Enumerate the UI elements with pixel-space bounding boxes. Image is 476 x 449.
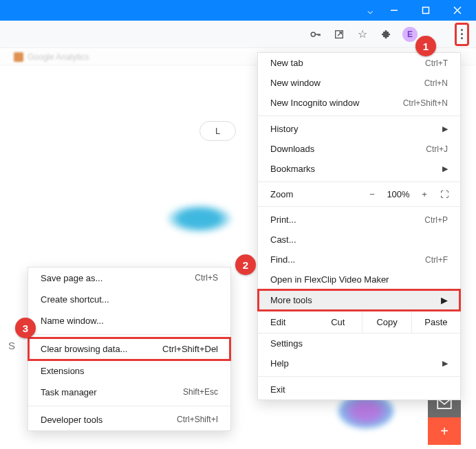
menu-edit-row: Edit Cut Copy Paste [258,311,460,333]
submenu-name-window[interactable]: Name window... [28,310,230,331]
menu-downloads[interactable]: DownloadsCtrl+J [258,139,460,159]
submenu-extensions[interactable]: Extensions [28,360,230,382]
edit-cut[interactable]: Cut [314,311,363,333]
submenu-developer-tools[interactable]: Developer toolsCtrl+Shift+I [28,409,230,430]
svg-line-9 [338,32,341,35]
zoom-level: 100% [382,189,415,199]
window-minimize-button[interactable] [378,0,410,21]
menu-new-window[interactable]: New windowCtrl+N [258,73,460,93]
submenu-save-page[interactable]: Save page as...Ctrl+S [28,267,230,289]
menu-new-tab[interactable]: New tabCtrl+T [258,53,460,73]
submenu-task-manager[interactable]: Task managerShift+Esc [28,382,230,403]
decorative-blob [165,204,234,234]
window-maximize-button[interactable] [410,0,442,21]
svg-rect-1 [423,8,429,14]
side-letter: S [8,340,15,351]
profile-avatar[interactable]: E [402,27,418,42]
step-badge-1: 1 [415,36,436,56]
step-badge-3: 3 [15,318,36,338]
add-fab[interactable]: + [428,417,461,445]
edit-copy[interactable]: Copy [363,311,411,333]
svg-point-4 [311,32,315,36]
menu-zoom: Zoom − 100% + ⛶ [258,185,460,204]
main-menu: New tabCtrl+T New windowCtrl+N New Incog… [257,52,461,400]
menu-settings[interactable]: Settings [258,333,460,353]
zoom-in-button[interactable]: + [415,189,434,199]
menu-find[interactable]: Find...Ctrl+F [258,250,460,270]
menu-more-tools[interactable]: More tools▶ [257,289,461,311]
submenu-create-shortcut[interactable]: Create shortcut... [28,289,230,310]
browser-toolbar: ☆ E [0,21,476,48]
more-tools-submenu: Save page as...Ctrl+S Create shortcut...… [28,267,231,431]
menu-cast[interactable]: Cast... [258,230,460,250]
more-menu-button[interactable] [455,23,469,46]
window-titlebar: ⌵ [0,0,476,21]
menu-flexclip[interactable]: Open in FlexClip Video Maker [258,270,460,289]
edit-paste[interactable]: Paste [412,311,460,333]
submenu-clear-browsing-data[interactable]: Clear browsing data...Ctrl+Shift+Del [28,337,231,361]
star-icon[interactable]: ☆ [356,28,369,41]
key-icon[interactable] [309,28,323,41]
zoom-out-button[interactable]: − [363,189,382,199]
menu-bookmarks[interactable]: Bookmarks▶ [258,159,460,179]
page-pill: L [199,121,236,141]
tab-search-icon[interactable]: ⌵ [367,5,373,16]
fullscreen-icon[interactable]: ⛶ [434,190,453,199]
edit-label: Edit [258,311,314,333]
menu-print[interactable]: Print...Ctrl+P [258,210,460,230]
menu-exit[interactable]: Exit [258,380,460,399]
menu-history[interactable]: History▶ [258,119,460,139]
menu-help[interactable]: Help▶ [258,353,460,373]
extensions-icon[interactable] [379,29,393,40]
window-close-button[interactable] [442,0,473,21]
open-external-icon[interactable] [332,29,346,40]
step-badge-2: 2 [235,254,256,275]
menu-new-incognito[interactable]: New Incognito windowCtrl+Shift+N [258,93,460,113]
